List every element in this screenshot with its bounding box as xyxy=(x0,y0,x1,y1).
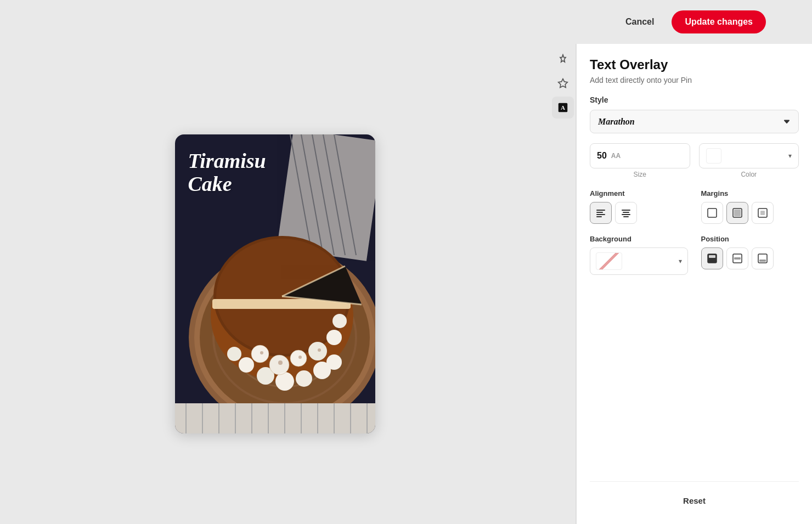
style-section-label: Style xyxy=(590,95,799,104)
alignment-margins-row: Alignment xyxy=(590,189,799,224)
pin-tool-button[interactable] xyxy=(552,48,574,70)
color-box[interactable]: ▾ xyxy=(699,143,799,168)
svg-rect-74 xyxy=(759,260,766,262)
svg-rect-61 xyxy=(623,212,629,213)
alignment-group: Alignment xyxy=(590,189,688,224)
margins-group: Margins xyxy=(701,189,799,224)
svg-point-24 xyxy=(326,330,342,345)
svg-rect-59 xyxy=(596,216,602,217)
panel-subtitle: Add text directly onto your Pin xyxy=(590,76,799,84)
size-label: Size xyxy=(590,171,690,178)
svg-point-23 xyxy=(308,342,327,360)
top-bar: Cancel Update changes xyxy=(0,0,812,44)
margin-small-button[interactable] xyxy=(726,202,748,224)
background-preview xyxy=(596,252,622,270)
position-group: Position xyxy=(701,235,799,275)
align-center-button[interactable] xyxy=(615,202,637,224)
size-icon: AA xyxy=(611,152,621,160)
pin-container: Tiramisu Cake xyxy=(175,134,375,433)
align-left-button[interactable] xyxy=(590,202,612,224)
color-label: Color xyxy=(699,171,799,178)
reset-area: Reset xyxy=(590,481,799,511)
background-group: Background ▾ xyxy=(590,235,688,275)
position-btn-group xyxy=(701,247,799,269)
svg-point-31 xyxy=(227,347,241,361)
position-top-button[interactable] xyxy=(701,247,723,269)
svg-point-36 xyxy=(260,351,263,354)
background-chevron-icon: ▾ xyxy=(679,257,682,265)
margin-large-button[interactable] xyxy=(752,202,774,224)
position-middle-button[interactable] xyxy=(726,247,748,269)
svg-rect-56 xyxy=(596,210,605,211)
text-overlay-tool-button[interactable]: A xyxy=(552,97,574,119)
panel-title: Text Overlay xyxy=(590,57,799,72)
cancel-button[interactable]: Cancel xyxy=(617,12,663,32)
svg-rect-58 xyxy=(596,214,605,215)
svg-point-26 xyxy=(239,357,254,373)
svg-text:A: A xyxy=(561,104,565,111)
svg-point-37 xyxy=(278,360,283,365)
margins-label: Margins xyxy=(701,189,799,198)
background-select[interactable]: ▾ xyxy=(590,247,688,275)
background-label: Background xyxy=(590,235,688,243)
alignment-btn-group xyxy=(590,202,688,224)
style-dropdown[interactable]: Marathon Classic Modern Bold xyxy=(590,110,799,133)
svg-rect-57 xyxy=(596,212,603,213)
svg-rect-60 xyxy=(622,210,630,211)
background-none-indicator xyxy=(596,253,622,269)
size-box[interactable]: 50 AA xyxy=(590,143,690,168)
svg-point-25 xyxy=(332,314,347,328)
svg-rect-40 xyxy=(175,403,375,433)
color-chevron-icon: ▾ xyxy=(788,152,792,160)
margin-none-button[interactable] xyxy=(701,202,723,224)
svg-rect-66 xyxy=(734,210,741,216)
size-color-row: 50 AA ▾ xyxy=(590,143,799,168)
main-layout: Tiramisu Cake A Text Overlay Add text di… xyxy=(0,44,812,524)
margins-btn-group xyxy=(701,202,799,224)
svg-point-38 xyxy=(298,356,302,359)
update-changes-button[interactable]: Update changes xyxy=(672,10,766,33)
canvas-area: Tiramisu Cake xyxy=(0,44,550,524)
favorite-tool-button[interactable] xyxy=(552,72,574,94)
svg-rect-70 xyxy=(709,255,715,258)
svg-point-29 xyxy=(296,370,312,387)
svg-rect-62 xyxy=(622,214,630,215)
position-bottom-button[interactable] xyxy=(752,247,774,269)
svg-rect-63 xyxy=(623,216,629,217)
svg-rect-68 xyxy=(760,211,765,215)
svg-rect-64 xyxy=(708,209,717,217)
svg-point-32 xyxy=(326,354,342,370)
position-label: Position xyxy=(701,235,799,243)
color-swatch xyxy=(706,148,721,164)
alignment-label: Alignment xyxy=(590,189,688,198)
reset-button[interactable]: Reset xyxy=(672,491,717,511)
background-position-row: Background ▾ Position xyxy=(590,235,799,275)
svg-marker-53 xyxy=(558,79,567,88)
size-color-labels: Size Color xyxy=(590,171,799,178)
svg-point-27 xyxy=(257,367,274,385)
side-toolbar: A xyxy=(550,44,576,524)
svg-point-39 xyxy=(318,348,321,352)
right-panel: Text Overlay Add text directly onto your… xyxy=(576,44,812,524)
svg-rect-72 xyxy=(734,257,741,260)
size-value: 50 xyxy=(597,151,607,161)
